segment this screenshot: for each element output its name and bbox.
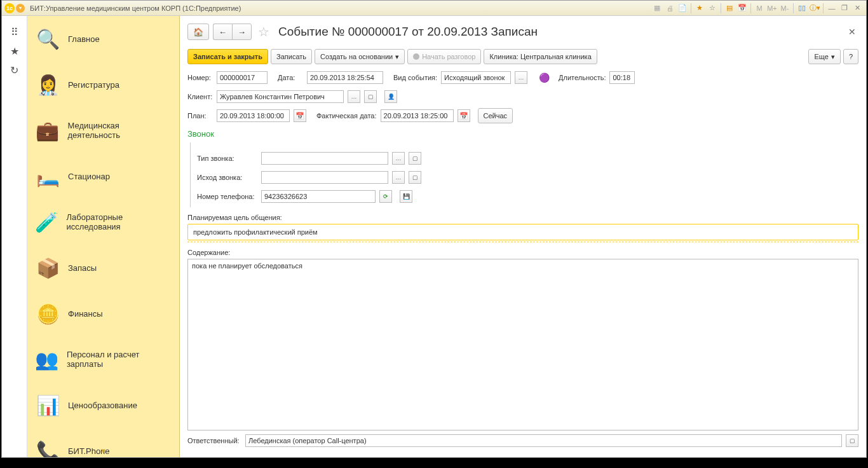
help-button[interactable]: ?: [843, 49, 858, 64]
content-textarea[interactable]: пока не планирует обследоваться: [187, 259, 858, 430]
plan-label: План:: [187, 112, 213, 120]
plan-field[interactable]: 20.09.2013 18:00:00: [217, 109, 290, 122]
phone-field[interactable]: 94236326623: [261, 190, 376, 203]
favorites-icon[interactable]: ★: [7, 45, 22, 60]
tb-icon-print[interactable]: 🖨: [664, 3, 675, 14]
sidebar-label: Стационар: [68, 172, 110, 181]
number-field[interactable]: 000000017: [217, 71, 268, 84]
number-label: Номер:: [187, 74, 213, 81]
fact-date-field[interactable]: 20.09.2013 18:25:00: [381, 109, 454, 122]
call-result-open-button[interactable]: ▢: [409, 171, 421, 184]
back-button[interactable]: ←: [213, 24, 232, 40]
people-icon: 👥: [34, 345, 60, 373]
start-talk-button[interactable]: Начать разговор: [407, 49, 481, 64]
start-talk-label: Начать разговор: [422, 53, 475, 60]
info-icon[interactable]: ⓘ▾: [809, 3, 820, 14]
tb-icon-1[interactable]: ▦: [651, 3, 663, 14]
sidebar-label: Персонал и расчет зарплаты: [67, 350, 173, 369]
call-type-label: Тип звонка:: [197, 155, 257, 162]
star-icon[interactable]: ★: [694, 3, 705, 14]
call-type-open-button[interactable]: ▢: [409, 152, 421, 165]
sidebar-item-hr[interactable]: 👥Персонал и расчет зарплаты: [27, 336, 179, 382]
star-outline-icon[interactable]: ☆: [707, 3, 718, 14]
event-type-label: Вид события:: [393, 74, 437, 81]
minimize-icon[interactable]: —: [826, 3, 837, 14]
home-button[interactable]: 🏠: [187, 24, 209, 40]
call-section-box: Тип звонка: … ▢ Исход звонка: … ▢ Номер …: [190, 142, 858, 207]
chevron-down-icon: ▾: [831, 53, 835, 61]
panels-icon[interactable]: ▯▯: [796, 3, 808, 14]
sidebar-item-stationary[interactable]: 🛏️Стационар: [27, 153, 179, 199]
responsible-field[interactable]: Лебединская (оператор Call-центра): [245, 434, 842, 447]
event-type-field[interactable]: Исходящий звонок: [441, 71, 511, 84]
event-type-select-button[interactable]: …: [515, 71, 527, 84]
apps-icon[interactable]: ⠿: [7, 26, 22, 41]
call-type-field[interactable]: [261, 152, 388, 165]
sidebar-expand-icon[interactable]: ▼: [100, 447, 107, 455]
restore-icon[interactable]: ❐: [839, 3, 850, 14]
save-button[interactable]: Записать: [271, 49, 312, 64]
create-based-button[interactable]: Создать на основании ▾: [315, 49, 405, 64]
m-minus-icon[interactable]: M-: [779, 3, 790, 14]
content-label: Содержание:: [187, 249, 858, 256]
call-result-field[interactable]: [261, 171, 388, 184]
date-label: Дата:: [278, 74, 303, 81]
sidebar-label: Главное: [68, 34, 100, 44]
app-dropdown-icon[interactable]: ▾: [16, 4, 25, 13]
fact-calendar-button[interactable]: [458, 109, 470, 122]
sidebar-item-registratura[interactable]: 👩‍⚕️Регистратура: [27, 62, 179, 107]
sidebar-item-medical[interactable]: 💼Медицинская деятельность: [27, 107, 179, 153]
history-icon[interactable]: ↻: [7, 64, 22, 79]
coins-icon: 🪙: [34, 299, 62, 327]
close-tab-icon[interactable]: ✕: [846, 24, 858, 39]
sidebar-label: Регистратура: [68, 80, 119, 90]
client-info-button[interactable]: 👤: [384, 90, 397, 103]
tb-icon-doc[interactable]: 📄: [677, 3, 688, 14]
client-select-button[interactable]: …: [348, 90, 360, 103]
goal-field[interactable]: предложить профилактический приём: [187, 224, 858, 240]
sidebar-item-stock[interactable]: 📦Запасы: [27, 245, 179, 291]
chart-icon: 📊: [34, 391, 62, 419]
page-title: Событие № 000000017 от 20.09.2013 Записа…: [278, 25, 538, 39]
bed-icon: 🛏️: [34, 162, 62, 190]
sidebar-label: Медицинская деятельность: [67, 121, 173, 140]
sidebar-item-pricing[interactable]: 📊Ценообразование: [27, 382, 179, 428]
m-plus-icon[interactable]: M+: [766, 3, 778, 14]
clinic-button[interactable]: Клиника: Центральная клиника: [484, 49, 597, 64]
sidebar: 🔍Главное 👩‍⚕️Регистратура 💼Медицинская д…: [27, 16, 180, 457]
call-type-select-button[interactable]: …: [392, 152, 405, 165]
more-button[interactable]: Еще ▾: [808, 49, 840, 64]
gray-dot-icon: [413, 53, 419, 60]
calc-icon[interactable]: ▤: [724, 3, 735, 14]
calendar-icon[interactable]: 📅: [736, 3, 748, 14]
sidebar-item-finance[interactable]: 🪙Финансы: [27, 291, 179, 336]
box-icon: 📦: [34, 254, 62, 282]
lab-icon: 🧪: [34, 208, 60, 236]
m-icon[interactable]: M: [754, 3, 765, 14]
client-open-button[interactable]: ▢: [364, 90, 377, 103]
sidebar-label: Финансы: [68, 309, 103, 319]
responsible-label: Ответственный:: [187, 437, 241, 444]
client-field[interactable]: Журавлев Константин Петрович: [217, 90, 344, 103]
sidebar-label: Лабораторные исследования: [67, 212, 173, 231]
forward-button[interactable]: →: [232, 24, 252, 40]
call-result-select-button[interactable]: …: [392, 171, 405, 184]
save-close-button[interactable]: Записать и закрыть: [187, 49, 268, 64]
favorite-star-icon[interactable]: ☆: [258, 24, 269, 39]
call-result-label: Исход звонка:: [197, 174, 257, 181]
phone-icon: 📞: [34, 437, 62, 457]
plan-calendar-button[interactable]: [294, 109, 306, 122]
responsible-open-button[interactable]: ▢: [846, 434, 858, 447]
phone-label: Номер телефона:: [197, 193, 257, 200]
call-section-title: Звонок: [187, 129, 858, 139]
duration-field[interactable]: 00:18: [609, 71, 635, 84]
sidebar-item-lab[interactable]: 🧪Лабораторные исследования: [27, 199, 179, 245]
chevron-down-icon: ▾: [395, 53, 399, 61]
phone-save-button[interactable]: 💾: [400, 190, 412, 203]
close-window-icon[interactable]: ✕: [851, 3, 863, 14]
phone-refresh-button[interactable]: ⟳: [379, 190, 392, 203]
create-based-label: Создать на основании: [320, 53, 393, 60]
sidebar-item-main[interactable]: 🔍Главное: [27, 16, 179, 62]
date-field[interactable]: 20.09.2013 18:25:54: [307, 71, 383, 84]
now-button[interactable]: Сейчас: [478, 108, 513, 123]
